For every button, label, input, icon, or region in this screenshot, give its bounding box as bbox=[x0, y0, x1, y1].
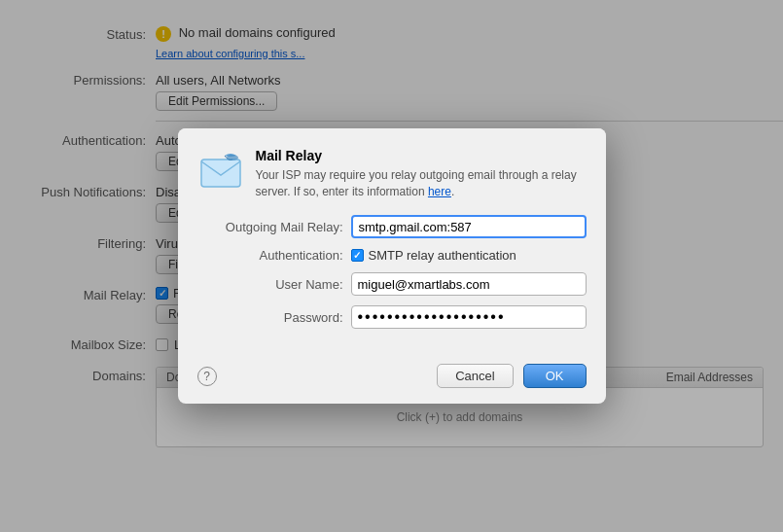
auth-field-label: Authentication: bbox=[197, 248, 343, 263]
modal-overlay: Mail Relay Your ISP may require you rela… bbox=[0, 0, 783, 532]
password-input[interactable] bbox=[351, 305, 587, 329]
modal-title-block: Mail Relay Your ISP may require you rela… bbox=[256, 148, 587, 200]
mail-relay-icon bbox=[197, 148, 244, 195]
username-input[interactable] bbox=[351, 272, 587, 296]
modal-header: Mail Relay Your ISP may require you rela… bbox=[178, 128, 606, 216]
smtp-auth-checkbox[interactable] bbox=[351, 249, 364, 262]
modal-body: Outgoing Mail Relay: Authentication: SMT… bbox=[178, 215, 606, 354]
modal-subtitle: Your ISP may require you relay outgoing … bbox=[256, 167, 587, 200]
outgoing-relay-field: Outgoing Mail Relay: bbox=[197, 215, 587, 238]
svg-rect-0 bbox=[201, 160, 240, 187]
cancel-button[interactable]: Cancel bbox=[437, 364, 513, 388]
outgoing-relay-input[interactable] bbox=[351, 215, 587, 238]
outgoing-relay-label: Outgoing Mail Relay: bbox=[197, 220, 343, 234]
svg-point-1 bbox=[227, 155, 238, 160]
help-button[interactable]: ? bbox=[197, 367, 217, 386]
password-label: Password: bbox=[197, 310, 343, 325]
mail-relay-modal: Mail Relay Your ISP may require you rela… bbox=[178, 128, 606, 405]
here-link[interactable]: here bbox=[428, 185, 451, 198]
ok-button[interactable]: OK bbox=[523, 364, 587, 388]
authentication-field: Authentication: SMTP relay authenticatio… bbox=[197, 248, 587, 263]
username-label: User Name: bbox=[197, 277, 343, 292]
modal-title: Mail Relay bbox=[256, 148, 587, 163]
password-field: Password: bbox=[197, 305, 587, 329]
modal-footer: ? Cancel OK bbox=[178, 354, 606, 404]
smtp-auth-checkbox-row: SMTP relay authentication bbox=[351, 248, 516, 263]
smtp-auth-label: SMTP relay authentication bbox=[369, 248, 516, 263]
username-field: User Name: bbox=[197, 272, 587, 296]
